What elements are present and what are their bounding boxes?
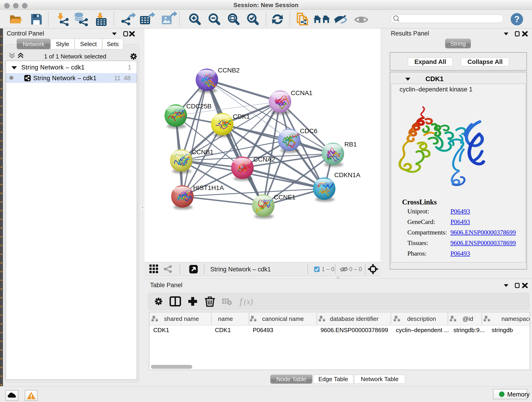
svg-text:?: ? <box>514 14 519 24</box>
svg-text:CDK1: CDK1 <box>215 327 231 333</box>
svg-text:canonical name: canonical name <box>262 315 304 322</box>
svg-text:1 – 0: 1 – 0 <box>322 266 335 272</box>
svg-text:9606.ENSP00000378699: 9606.ENSP00000378699 <box>321 327 388 333</box>
svg-text:(x): (x) <box>244 297 253 306</box>
svg-text:description: description <box>407 315 436 322</box>
svg-text:CCNB1: CCNB1 <box>192 148 214 156</box>
svg-text:shared name: shared name <box>164 315 199 322</box>
svg-text:f: f <box>240 296 243 306</box>
svg-text:CDK1: CDK1 <box>153 327 169 333</box>
svg-text:CDK1: CDK1 <box>233 113 250 120</box>
svg-text:name: name <box>218 315 233 322</box>
svg-text:CCNA2: CCNA2 <box>253 156 275 163</box>
svg-text:CCNB2: CCNB2 <box>218 67 240 74</box>
svg-text:CCNA1: CCNA1 <box>291 89 312 96</box>
svg-text:P06493: P06493 <box>253 327 273 333</box>
svg-text:1 of 1 Network selected: 1 of 1 Network selected <box>44 53 106 60</box>
svg-text:namespace: namespace <box>501 315 530 322</box>
svg-text:HIST1H1A: HIST1H1A <box>193 184 224 191</box>
svg-text:CDC25B: CDC25B <box>186 103 211 110</box>
svg-text:RB1: RB1 <box>344 141 357 148</box>
svg-text:CDKN1A: CDKN1A <box>334 172 360 179</box>
svg-text:stringdb: stringdb <box>492 327 513 333</box>
svg-text:cyclin–dependent ...: cyclin–dependent ... <box>396 327 449 333</box>
svg-text:String Network – cdk1: String Network – cdk1 <box>210 266 271 273</box>
svg-text:@id: @id <box>462 315 473 322</box>
svg-text:0 – 0: 0 – 0 <box>349 266 362 272</box>
svg-text:CDC6: CDC6 <box>300 128 317 134</box>
svg-text:CCNE1: CCNE1 <box>274 194 296 201</box>
svg-text:database identifier: database identifier <box>330 315 379 322</box>
svg-text:stringdb:9...: stringdb:9... <box>453 327 485 333</box>
